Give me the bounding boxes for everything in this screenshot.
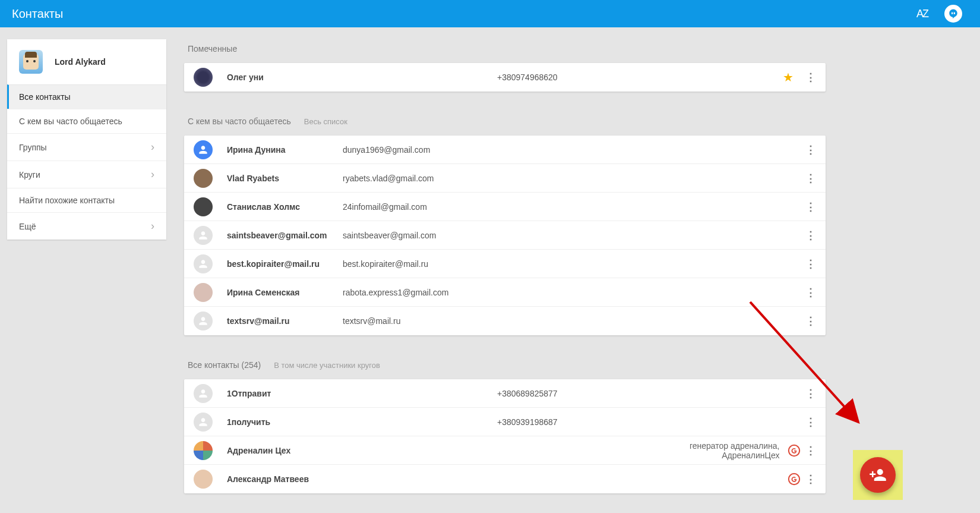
section-title: С кем вы часто общаетесь bbox=[188, 117, 291, 126]
profile-name: Lord Alykard bbox=[55, 57, 106, 67]
contact-name: Vlad Ryabets bbox=[227, 174, 343, 183]
frequent-list: Ирина Дунинаdunya1969@gmail.com⋮Vlad Rya… bbox=[184, 136, 826, 335]
contact-avatar bbox=[194, 254, 213, 273]
sidebar-card: Lord Alykard Все контакты С кем вы часто… bbox=[7, 39, 166, 240]
contact-row[interactable]: Ирина Дунинаdunya1969@gmail.com⋮ bbox=[184, 136, 826, 164]
section-frequent-header: С кем вы часто общаетесь Весь список bbox=[184, 112, 826, 136]
more-menu-icon[interactable]: ⋮ bbox=[804, 387, 817, 400]
fab-highlight bbox=[853, 450, 903, 500]
profile-avatar bbox=[19, 50, 43, 74]
contact-avatar bbox=[194, 283, 213, 302]
contact-name: Олег уни bbox=[227, 73, 343, 82]
contact-name: saintsbeaver@gmail.com bbox=[227, 231, 343, 240]
contact-row[interactable]: 1Отправит+380689825877⋮ bbox=[184, 379, 826, 408]
nav-label: Круги bbox=[19, 170, 40, 180]
more-menu-icon[interactable]: ⋮ bbox=[804, 143, 817, 156]
frequent-all-link[interactable]: Весь список bbox=[304, 117, 347, 126]
contact-phone: +380974968620 bbox=[497, 73, 640, 82]
contact-row[interactable]: textsrv@mail.rutextsrv@mail.ru⋮ bbox=[184, 307, 826, 335]
nav-frequent[interactable]: С кем вы часто общаетесь bbox=[7, 109, 166, 133]
more-menu-icon[interactable]: ⋮ bbox=[804, 229, 817, 242]
nav-circles[interactable]: Круги › bbox=[7, 160, 166, 188]
contact-avatar bbox=[194, 441, 213, 460]
google-plus-icon[interactable] bbox=[788, 444, 801, 457]
contact-email: textsrv@mail.ru bbox=[343, 316, 497, 326]
contact-email: saintsbeaver@gmail.com bbox=[343, 231, 497, 240]
section-starred-header: Помеченные bbox=[184, 39, 826, 63]
contact-name: textsrv@mail.ru bbox=[227, 316, 343, 326]
star-icon[interactable]: ★ bbox=[783, 70, 794, 84]
contact-email: dunya1969@gmail.com bbox=[343, 145, 497, 155]
contact-email: best.kopiraiter@mail.ru bbox=[343, 259, 497, 269]
contact-phone: +380689825877 bbox=[497, 389, 640, 398]
contact-row[interactable]: Александр Матвеев⋮ bbox=[184, 465, 826, 493]
more-menu-icon[interactable]: ⋮ bbox=[804, 473, 817, 486]
nav-label: Все контакты bbox=[19, 92, 71, 102]
chevron-right-icon: › bbox=[151, 141, 154, 153]
contact-name: best.kopiraiter@mail.ru bbox=[227, 259, 343, 269]
contact-avatar bbox=[194, 413, 213, 432]
chevron-right-icon: › bbox=[151, 168, 154, 181]
nav-label: Группы bbox=[19, 143, 47, 152]
contact-email: rabota.express1@gmail.com bbox=[343, 288, 497, 297]
more-menu-icon[interactable]: ⋮ bbox=[804, 172, 817, 185]
contact-row[interactable]: Vlad Ryabetsryabets.vlad@gmail.com⋮ bbox=[184, 164, 826, 193]
more-menu-icon[interactable]: ⋮ bbox=[804, 257, 817, 270]
more-menu-icon[interactable]: ⋮ bbox=[804, 200, 817, 213]
more-menu-icon[interactable]: ⋮ bbox=[804, 314, 817, 328]
contact-avatar bbox=[194, 140, 213, 159]
more-menu-icon[interactable]: ⋮ bbox=[804, 286, 817, 299]
contact-avatar bbox=[194, 384, 213, 403]
contact-row[interactable]: Станислав Холмс24infomail@gmail.com⋮ bbox=[184, 193, 826, 221]
chevron-right-icon: › bbox=[151, 220, 154, 232]
contact-phone: +380939198687 bbox=[497, 417, 640, 427]
contact-avatar bbox=[194, 197, 213, 216]
starred-list: Олег уни+380974968620★⋮ bbox=[184, 63, 826, 92]
contact-name: 1получить bbox=[227, 417, 343, 427]
contact-email: ryabets.vlad@gmail.com bbox=[343, 174, 497, 183]
main-content: Помеченные Олег уни+380974968620★⋮ С кем… bbox=[166, 39, 843, 493]
nav-more[interactable]: Ещё › bbox=[7, 212, 166, 240]
nav-groups[interactable]: Группы › bbox=[7, 133, 166, 160]
profile[interactable]: Lord Alykard bbox=[7, 39, 166, 84]
section-all-header: Все контакты (254) В том числе участники… bbox=[184, 355, 826, 379]
more-menu-icon[interactable]: ⋮ bbox=[804, 416, 817, 429]
app-title: Контакты bbox=[12, 7, 63, 21]
contact-name: Станислав Холмс bbox=[227, 202, 343, 212]
contact-avatar bbox=[194, 169, 213, 188]
sidebar: Lord Alykard Все контакты С кем вы часто… bbox=[0, 39, 166, 493]
contact-avatar bbox=[194, 68, 213, 87]
app-header: Контакты AZ bbox=[0, 0, 980, 27]
nav-similar[interactable]: Найти похожие контакты bbox=[7, 188, 166, 212]
contact-name: Александр Матвеев bbox=[227, 474, 343, 484]
section-subtitle: В том числе участники кругов bbox=[274, 361, 380, 370]
all-contacts-list: 1Отправит+380689825877⋮1получить+3809391… bbox=[184, 379, 826, 493]
more-menu-icon[interactable]: ⋮ bbox=[804, 71, 817, 84]
nav-label: Найти похожие контакты bbox=[19, 196, 115, 205]
contact-row[interactable]: Олег уни+380974968620★⋮ bbox=[184, 63, 826, 92]
contact-row[interactable]: Ирина Семенскаяrabota.express1@gmail.com… bbox=[184, 278, 826, 307]
nav-all-contacts[interactable]: Все контакты bbox=[7, 84, 166, 109]
section-title: Все контакты (254) bbox=[188, 360, 261, 370]
section-title: Помеченные bbox=[188, 44, 237, 53]
sort-alpha-button[interactable]: AZ bbox=[916, 8, 928, 20]
header-actions: AZ bbox=[916, 5, 968, 23]
contact-avatar bbox=[194, 311, 213, 331]
contact-avatar bbox=[194, 470, 213, 489]
google-plus-icon[interactable] bbox=[788, 473, 801, 486]
app-body: Lord Alykard Все контакты С кем вы часто… bbox=[0, 27, 980, 493]
contact-name: Ирина Семенская bbox=[227, 288, 343, 297]
add-contact-fab[interactable] bbox=[860, 457, 896, 493]
contact-row[interactable]: Адреналин Цехгенератор адреналина, Адрен… bbox=[184, 436, 826, 465]
contact-name: Ирина Дунина bbox=[227, 145, 343, 155]
contact-name: Адреналин Цех bbox=[227, 446, 340, 455]
contact-row[interactable]: best.kopiraiter@mail.rubest.kopiraiter@m… bbox=[184, 250, 826, 278]
contact-avatar bbox=[194, 226, 213, 245]
contact-name: 1Отправит bbox=[227, 389, 343, 398]
contact-email: 24infomail@gmail.com bbox=[343, 202, 497, 212]
nav-label: С кем вы часто общаетесь bbox=[19, 117, 122, 126]
more-menu-icon[interactable]: ⋮ bbox=[804, 444, 817, 457]
contact-row[interactable]: saintsbeaver@gmail.comsaintsbeaver@gmail… bbox=[184, 221, 826, 250]
hangouts-icon[interactable] bbox=[944, 5, 962, 23]
contact-row[interactable]: 1получить+380939198687⋮ bbox=[184, 408, 826, 436]
